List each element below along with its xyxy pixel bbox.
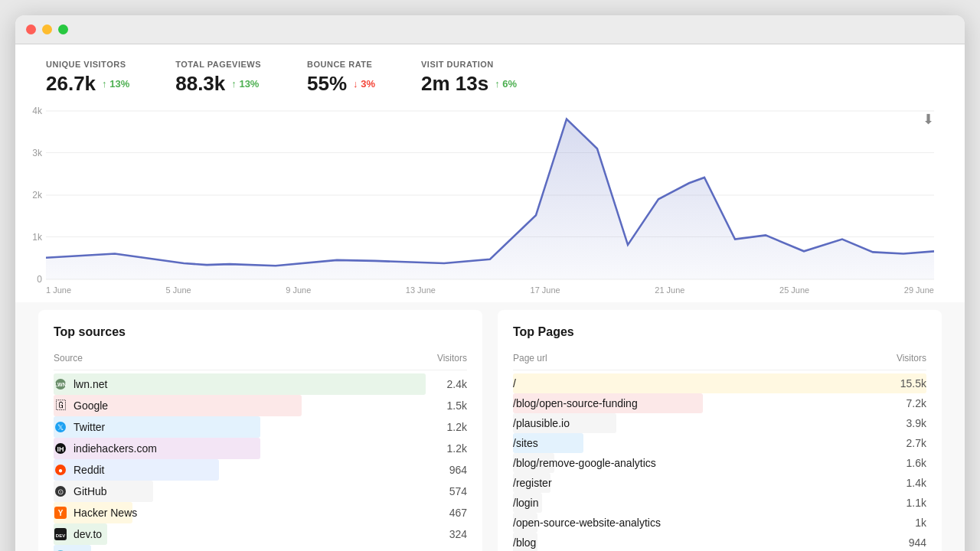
source-label: indiehackers.com [74, 442, 157, 455]
source-label: GitHub [74, 485, 107, 497]
source-row[interactable]: ⊙ GitHub 574 [54, 481, 467, 502]
page-row[interactable]: /login 1.1k [513, 493, 926, 513]
source-row[interactable]: 🇬 Google 1.5k [54, 395, 467, 416]
page-value: 2.7k [906, 437, 926, 449]
source-row[interactable]: IH indiehackers.com 1.2k [54, 438, 467, 459]
source-label: dev.to [74, 528, 102, 540]
top-sources-title: Top sources [54, 325, 467, 339]
page-value: 1.4k [906, 477, 926, 489]
source-label: Hacker News [74, 507, 137, 519]
page-label: /blog [513, 536, 536, 549]
minimize-button[interactable] [42, 24, 52, 34]
page-value: 944 [909, 536, 926, 549]
page-value: 3.9k [906, 417, 926, 429]
sources-col-visitors: Visitors [437, 353, 467, 364]
pages-table-header: Page url Visitors [513, 350, 926, 370]
top-sources-panel: Top sources Source Visitors LWN lwn.net … [38, 310, 482, 551]
source-row[interactable]: Y Hacker News 467 [54, 502, 467, 523]
svg-text:IH: IH [57, 445, 64, 453]
page-value: 1.6k [906, 457, 926, 469]
github-icon: ⊙ [54, 484, 67, 498]
svg-text:1k: 1k [32, 231, 42, 242]
close-button[interactable] [26, 24, 36, 34]
reddit-icon: ● [54, 463, 67, 477]
source-label: Google [74, 399, 108, 412]
source-value: 2.4k [447, 378, 467, 390]
source-row[interactable]: DEV dev.to 324 [54, 523, 467, 545]
stat-change: ↑ 6% [495, 78, 517, 90]
stat-change: ↑ 13% [231, 78, 259, 90]
page-value: 1.1k [906, 497, 926, 509]
stat-change: ↓ 3% [353, 78, 375, 90]
titlebar [15, 15, 965, 44]
visitors-chart: 4k 3k 2k 1k 0 [46, 111, 934, 279]
page-row[interactable]: /plausible.io 3.9k [513, 413, 926, 433]
stat-unique-visitors: UNIQUE VISITORS 26.7k ↑ 13% [46, 60, 129, 96]
sources-rows: LWN lwn.net 2.4k 🇬 Google 1.5k 𝕏 Twitter… [54, 373, 467, 551]
pages-rows: / 15.5k /blog/open-source-funding 7.2k /… [513, 373, 926, 551]
stat-value: 26.7k [46, 72, 96, 96]
source-label: Reddit [74, 464, 104, 476]
stat-label: BOUNCE RATE [307, 60, 375, 69]
stat-value: 55% [307, 72, 347, 96]
page-label: /sites [513, 437, 538, 449]
stat-label: UNIQUE VISITORS [46, 60, 129, 69]
twitter-icon: 𝕏 [54, 420, 67, 434]
indiehackers-icon: IH [54, 442, 67, 455]
source-row[interactable]: 𝕏 Twitter 1.2k [54, 416, 467, 438]
stat-change: ↑ 13% [102, 78, 129, 90]
svg-text:LWN: LWN [54, 382, 67, 387]
pages-col-visitors: Visitors [897, 353, 926, 364]
pages-col-url: Page url [513, 353, 547, 364]
page-row[interactable]: /register 1.4k [513, 473, 926, 493]
page-label: /blog/remove-google-analytics [513, 457, 656, 469]
lwn-icon: LWN [54, 377, 67, 391]
svg-text:2k: 2k [32, 190, 42, 201]
page-row[interactable]: /blog/remove-google-analytics 1.6k [513, 453, 926, 473]
svg-text:●: ● [58, 466, 63, 474]
app-window: UNIQUE VISITORS 26.7k ↑ 13% TOTAL PAGEVI… [15, 15, 965, 551]
google-icon: 🇬 [54, 399, 67, 412]
main-content: UNIQUE VISITORS 26.7k ↑ 13% TOTAL PAGEVI… [15, 44, 965, 551]
page-row[interactable]: /blog/open-source-funding 7.2k [513, 393, 926, 413]
stats-bar: UNIQUE VISITORS 26.7k ↑ 13% TOTAL PAGEVI… [15, 44, 965, 103]
source-value: 1.2k [447, 421, 467, 433]
page-value: 15.5k [900, 377, 926, 390]
page-row[interactable]: / 15.5k [513, 373, 926, 393]
svg-text:3k: 3k [32, 147, 42, 158]
svg-text:𝕏: 𝕏 [57, 423, 64, 432]
page-label: /register [513, 477, 552, 489]
source-row[interactable]: c changelog.com 220 [54, 545, 467, 551]
stat-label: VISIT DURATION [421, 60, 517, 69]
source-value: 324 [449, 528, 467, 540]
stat-total-pageviews: TOTAL PAGEVIEWS 88.3k ↑ 13% [175, 60, 261, 96]
page-label: /open-source-website-analytics [513, 517, 661, 529]
devto-icon: DEV [54, 527, 67, 541]
source-label: Twitter [74, 421, 105, 433]
top-pages-panel: Top Pages Page url Visitors / 15.5k /blo… [498, 310, 942, 551]
page-value: 1k [915, 517, 926, 529]
hackernews-icon: Y [54, 506, 67, 520]
maximize-button[interactable] [58, 24, 68, 34]
source-value: 1.5k [447, 399, 467, 412]
stat-bounce-rate: BOUNCE RATE 55% ↓ 3% [307, 60, 375, 96]
page-row[interactable]: /open-source-website-analytics 1k [513, 513, 926, 533]
svg-text:⊙: ⊙ [57, 487, 64, 496]
source-row[interactable]: LWN lwn.net 2.4k [54, 373, 467, 395]
page-row[interactable]: /sites 2.7k [513, 433, 926, 453]
svg-text:🇬: 🇬 [56, 399, 66, 411]
source-row[interactable]: ● Reddit 964 [54, 459, 467, 481]
source-label: lwn.net [74, 378, 107, 390]
page-label: /plausible.io [513, 417, 570, 429]
page-label: / [513, 377, 516, 390]
bottom-panels: Top sources Source Visitors LWN lwn.net … [15, 302, 965, 551]
sources-table-header: Source Visitors [54, 350, 467, 370]
x-labels: 1 June 5 June 9 June 13 June 17 June 21 … [46, 282, 934, 295]
top-pages-title: Top Pages [513, 325, 926, 339]
svg-text:0: 0 [37, 274, 42, 285]
stat-label: TOTAL PAGEVIEWS [175, 60, 261, 69]
source-value: 964 [449, 464, 467, 476]
source-value: 467 [449, 507, 467, 519]
svg-text:DEV: DEV [56, 533, 65, 538]
page-row[interactable]: /blog 944 [513, 533, 926, 551]
